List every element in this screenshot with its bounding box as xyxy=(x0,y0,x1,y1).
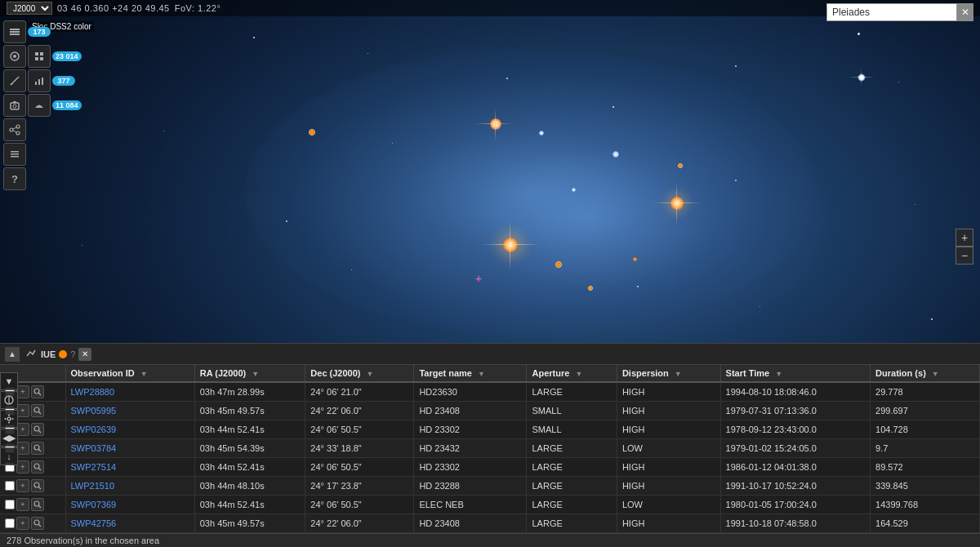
svg-line-47 xyxy=(39,525,42,527)
chart-button[interactable] xyxy=(28,69,51,92)
search-input[interactable] xyxy=(826,3,957,21)
panel-question[interactable]: ? xyxy=(70,349,75,359)
obs-id-link[interactable]: SWP05995 xyxy=(71,406,117,416)
row-search-button[interactable] xyxy=(31,442,44,455)
svg-point-32 xyxy=(34,389,39,394)
row-target: HD 23432 xyxy=(414,439,527,458)
panel-settings-button[interactable] xyxy=(0,410,18,428)
obs-id-link[interactable]: SWP03784 xyxy=(71,443,117,453)
panel-download-button[interactable]: ↓ xyxy=(0,447,18,465)
zoom-in-button[interactable]: + xyxy=(956,229,973,247)
row-aperture: LARGE xyxy=(527,439,617,458)
hat-button[interactable] xyxy=(28,94,51,117)
filter-dec[interactable]: ▼ xyxy=(367,370,374,378)
catalog-button-2[interactable] xyxy=(28,45,51,68)
filter-aperture[interactable]: ▼ xyxy=(575,370,582,378)
row-add-button[interactable]: + xyxy=(16,517,29,530)
obs-id-link[interactable]: LWP28880 xyxy=(71,387,115,397)
toolbar-row-2: 23 014 xyxy=(3,45,82,68)
star xyxy=(286,220,287,222)
share-button[interactable] xyxy=(3,118,26,141)
obs-id-link[interactable]: SWP42756 xyxy=(71,518,117,528)
star-spike xyxy=(510,220,510,271)
menu-button[interactable] xyxy=(3,143,26,166)
star xyxy=(253,37,255,38)
row-target: HD 23408 xyxy=(414,402,527,420)
row-actions-cell: + xyxy=(0,496,65,514)
svg-rect-23 xyxy=(11,153,19,155)
row-start: 1978-09-12 23:43:00.0 xyxy=(720,420,870,439)
row-search-button[interactable] xyxy=(31,517,44,530)
row-obs-id: SWP42756 xyxy=(65,514,194,533)
row-search-button[interactable] xyxy=(31,498,44,511)
row-start: 1979-01-02 15:24:05.0 xyxy=(720,439,870,458)
star xyxy=(82,245,82,246)
svg-point-36 xyxy=(34,426,39,431)
svg-point-40 xyxy=(34,464,39,469)
row-search-button[interactable] xyxy=(31,385,44,398)
star-spike xyxy=(861,69,862,86)
row-add-button[interactable]: + xyxy=(16,498,29,511)
sky-viewer[interactable]: + J2000 03 46 0.360 +24 20 49.45 FoV: 1.… xyxy=(0,0,980,547)
obs-id-link[interactable]: SWP27514 xyxy=(71,462,117,472)
panel-collapse-button[interactable]: ▼ xyxy=(0,372,18,390)
row-add-button[interactable]: + xyxy=(16,442,29,455)
camera-badge: 11 084 xyxy=(52,100,82,110)
zoom-out-button[interactable]: − xyxy=(956,247,973,265)
row-add-button[interactable]: + xyxy=(16,404,29,417)
filter-target[interactable]: ▼ xyxy=(478,370,485,378)
row-aperture: LARGE xyxy=(527,514,617,533)
obs-id-link[interactable]: SWP02639 xyxy=(71,425,117,434)
row-checkbox[interactable] xyxy=(5,500,15,509)
crosshair: + xyxy=(475,272,482,285)
panel-close-button[interactable]: ✕ xyxy=(78,348,91,361)
row-duration: 339.845 xyxy=(871,477,980,496)
marked-object xyxy=(633,257,637,261)
row-ra: 03h 45m 49.57s xyxy=(194,402,305,420)
filter-start[interactable]: ▼ xyxy=(775,370,782,378)
panel-toggle: ▲ xyxy=(5,347,23,362)
camera-button[interactable] xyxy=(3,94,26,117)
panel-arrows-button[interactable]: ◀▶ xyxy=(0,429,18,447)
row-checkbox[interactable] xyxy=(5,518,15,528)
svg-point-30 xyxy=(5,418,7,420)
filter-dispersion[interactable]: ▼ xyxy=(675,370,682,378)
row-checkbox[interactable] xyxy=(5,481,15,491)
col-target: Target name ▼ xyxy=(414,365,527,382)
row-duration: 104.728 xyxy=(871,420,980,439)
layers-button[interactable] xyxy=(3,20,26,43)
data-table-container[interactable]: Observation ID ▼ RA (J2000) ▼ Dec (J2000… xyxy=(0,365,980,533)
row-search-button[interactable] xyxy=(31,479,44,492)
obs-id-link[interactable]: LWP21510 xyxy=(71,481,115,491)
row-search-button[interactable] xyxy=(31,460,44,474)
row-search-button[interactable] xyxy=(31,423,44,436)
svg-point-18 xyxy=(10,128,13,131)
measure-button[interactable] xyxy=(3,69,26,92)
pleiades-star xyxy=(612,151,619,158)
filter-duration[interactable]: ▼ xyxy=(932,370,939,378)
panel-toggle-button[interactable]: ▲ xyxy=(5,347,20,362)
row-add-button[interactable]: + xyxy=(16,423,29,436)
row-duration: 9.7 xyxy=(871,439,980,458)
star xyxy=(898,82,899,82)
search-clear-button[interactable]: ✕ xyxy=(957,3,973,21)
row-dec: 24° 06' 50.5" xyxy=(305,458,414,477)
coord-selector[interactable]: J2000 xyxy=(7,2,52,15)
pleiades-main-star xyxy=(502,237,519,253)
pleiades-star-large xyxy=(670,196,684,211)
help-button[interactable]: ? xyxy=(3,167,26,190)
svg-point-28 xyxy=(8,415,10,416)
obs-id-link[interactable]: SWP07369 xyxy=(71,500,117,509)
svg-line-33 xyxy=(39,394,42,396)
row-dispersion: LOW xyxy=(617,496,720,514)
filter-obs-id[interactable]: ▼ xyxy=(140,370,148,378)
row-add-button[interactable]: + xyxy=(16,479,29,492)
row-target: HD23630 xyxy=(414,382,527,402)
panel-filter-button[interactable] xyxy=(0,391,18,409)
row-search-button[interactable] xyxy=(31,404,44,417)
row-add-button[interactable]: + xyxy=(16,385,29,398)
catalog-button[interactable] xyxy=(3,45,26,68)
svg-line-39 xyxy=(39,450,42,452)
filter-ra[interactable]: ▼ xyxy=(252,370,259,378)
row-add-button[interactable]: + xyxy=(16,460,29,474)
